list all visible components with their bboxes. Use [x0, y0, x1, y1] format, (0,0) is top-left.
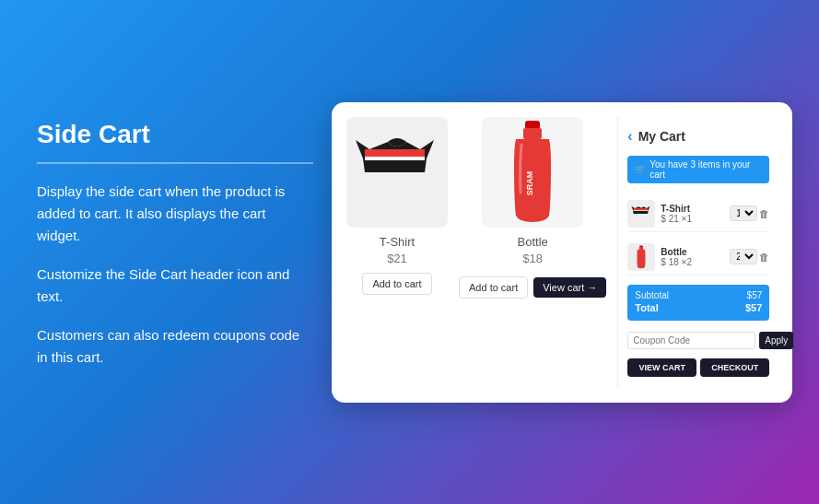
cart-header: ‹ My Cart — [627, 128, 769, 145]
demo-card: T-Shirt $21 Add to cart — [332, 102, 792, 403]
cart-totals: Subtotal $57 Total $57 — [627, 285, 769, 321]
cart-item-bottle: Bottle $ 18 ×2 1 2 3 🗑 — [627, 240, 769, 275]
cart-tshirt-qty: 1 2 3 🗑 — [730, 205, 769, 221]
tshirt-add-to-cart[interactable]: Add to cart — [362, 273, 431, 295]
cart-tshirt-price: $ 21 ×1 — [661, 214, 724, 224]
bottle-actions: Add to cart View cart → — [459, 276, 606, 299]
cart-bottle-qty: 1 2 3 🗑 — [730, 249, 769, 264]
page-title: Side Cart — [37, 120, 313, 149]
bottle-delete-icon[interactable]: 🗑 — [759, 252, 769, 263]
total-row: Total $57 — [635, 302, 762, 313]
svg-text:SRAM: SRAM — [525, 171, 534, 196]
tshirt-qty-select[interactable]: 1 2 3 — [730, 205, 757, 221]
description-1: Display the side cart when the product i… — [37, 181, 313, 247]
products-grid: T-Shirt $21 Add to cart — [346, 117, 606, 299]
side-cart-panel: ‹ My Cart 🛒 You have 3 items in your car… — [617, 117, 778, 388]
svg-rect-0 — [365, 149, 425, 157]
bottle-qty-select[interactable]: 1 2 3 — [730, 249, 757, 264]
description-3: Customers can also redeem coupons code i… — [37, 324, 313, 369]
coupon-input[interactable] — [627, 332, 755, 349]
svg-rect-6 — [634, 208, 648, 210]
cart-title: My Cart — [638, 129, 685, 144]
product-bottle: SRAM Bottle $18 Add to cart View cart → — [459, 117, 606, 299]
svg-rect-4 — [523, 128, 542, 139]
product-tshirt: T-Shirt $21 Add to cart — [346, 117, 448, 299]
tshirt-price: $21 — [387, 252, 407, 265]
demo-container: T-Shirt $21 Add to cart — [332, 102, 792, 403]
svg-rect-1 — [365, 157, 425, 160]
apply-coupon-button[interactable]: Apply — [759, 332, 793, 349]
cart-tshirt-name: T-Shirt — [661, 204, 724, 214]
cart-bottle-img — [627, 243, 655, 271]
bottle-add-to-cart[interactable]: Add to cart — [459, 276, 528, 299]
cart-bottle-info: Bottle $ 18 ×2 — [661, 247, 724, 267]
svg-rect-2 — [365, 160, 425, 172]
tshirt-name: T-Shirt — [380, 235, 415, 249]
cart-actions: VIEW CART CHECKOUT — [627, 358, 769, 377]
cart-icon: 🛒 — [635, 164, 646, 174]
view-cart-action-button[interactable]: VIEW CART — [627, 358, 696, 377]
coupon-row: Apply — [627, 332, 769, 349]
total-value: $57 — [745, 302, 762, 313]
tshirt-delete-icon[interactable]: 🗑 — [759, 208, 769, 219]
checkout-button[interactable]: CHECKOUT — [700, 358, 769, 377]
bottle-image: SRAM — [482, 117, 583, 228]
cart-badge: 🛒 You have 3 items in your cart — [627, 156, 769, 183]
cart-bottle-name: Bottle — [661, 247, 724, 257]
divider — [37, 162, 313, 164]
svg-rect-7 — [634, 209, 648, 210]
cart-bottle-price: $ 18 ×2 — [661, 257, 724, 267]
cart-item-tshirt: T-Shirt $ 21 ×1 1 2 3 🗑 — [627, 196, 769, 232]
subtotal-row: Subtotal $57 — [635, 290, 762, 300]
bottle-price: $18 — [522, 252, 543, 265]
left-panel: Side Cart Display the side cart when the… — [37, 120, 332, 385]
tshirt-image — [346, 117, 448, 228]
subtotal-label: Subtotal — [635, 290, 669, 300]
subtotal-value: $57 — [747, 290, 763, 300]
svg-rect-8 — [634, 210, 648, 213]
cart-tshirt-info: T-Shirt $ 21 ×1 — [661, 204, 724, 224]
back-arrow-icon[interactable]: ‹ — [627, 128, 632, 145]
bottle-name: Bottle — [518, 235, 548, 249]
total-label: Total — [635, 302, 658, 313]
products-section: T-Shirt $21 Add to cart — [346, 117, 617, 388]
svg-rect-10 — [639, 247, 644, 250]
cart-badge-text: You have 3 items in your cart — [649, 159, 762, 180]
cart-tshirt-img — [627, 200, 655, 228]
description-2: Customize the Side Cart header icon and … — [37, 264, 313, 308]
view-cart-button[interactable]: View cart → — [533, 277, 606, 298]
